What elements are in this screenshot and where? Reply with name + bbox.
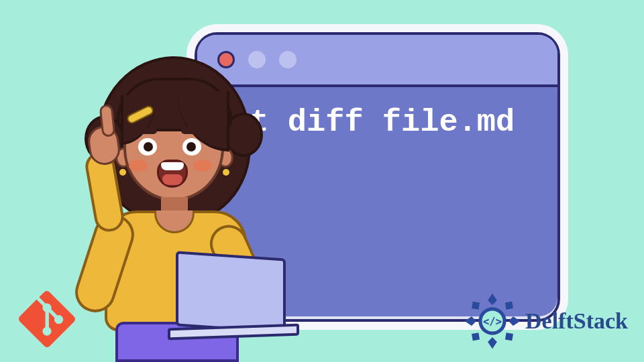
delftstack-logo: </> DelftStack	[464, 292, 628, 350]
svg-marker-4	[472, 302, 480, 310]
svg-text:</>: </>	[483, 316, 502, 328]
svg-marker-2	[465, 316, 476, 326]
svg-marker-1	[488, 337, 497, 349]
delft-icon: </>	[464, 292, 521, 350]
svg-marker-3	[508, 316, 520, 326]
git-icon	[19, 291, 75, 347]
svg-marker-0	[488, 294, 497, 305]
laptop-icon	[176, 255, 310, 341]
svg-marker-5	[505, 302, 513, 310]
svg-marker-6	[472, 333, 480, 341]
person-illustration	[62, 52, 290, 354]
svg-marker-7	[505, 333, 513, 341]
brand-name: DelftStack	[525, 308, 628, 334]
